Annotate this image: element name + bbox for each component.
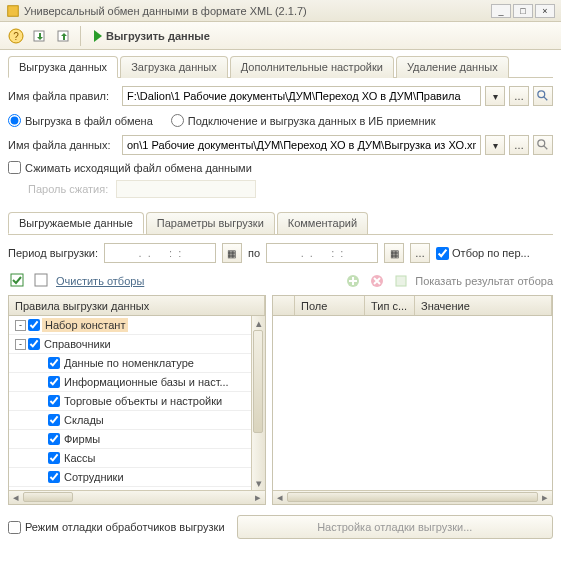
svg-rect-10 [35, 274, 47, 286]
compress-pw-input [116, 180, 256, 198]
tree-row-checkbox[interactable] [48, 414, 60, 426]
scroll-down-icon[interactable]: ▾ [252, 476, 265, 490]
scroll-thumb-h[interactable] [23, 492, 73, 502]
tree-row[interactable]: Склады [9, 411, 265, 430]
rules-scroll-h[interactable]: ◂ ▸ [9, 490, 265, 504]
rules-file-input[interactable] [122, 86, 481, 106]
rules-browse-button[interactable]: … [509, 86, 529, 106]
tree-row-checkbox[interactable] [48, 433, 60, 445]
debug-settings-button[interactable]: Настройка отладки выгрузки... [237, 515, 553, 539]
svg-line-8 [544, 146, 547, 149]
tree-row-label: Сотрудники [62, 471, 124, 483]
radio-export-file-input[interactable] [8, 114, 21, 127]
help-button[interactable]: ? [6, 26, 26, 46]
scroll-up-icon[interactable]: ▴ [252, 316, 265, 330]
main-toolbar: ? Выгрузить данные [0, 22, 561, 50]
tab-export[interactable]: Выгрузка данных [8, 56, 118, 78]
tab-settings[interactable]: Дополнительные настройки [230, 56, 394, 78]
data-search-button[interactable] [533, 135, 553, 155]
radio-export-file[interactable]: Выгрузка в файл обмена [8, 114, 153, 127]
period-to-input[interactable] [266, 243, 378, 263]
svg-rect-0 [8, 5, 19, 16]
compress-checkbox[interactable] [8, 161, 21, 174]
tree-row-checkbox[interactable] [48, 452, 60, 464]
tree-row[interactable]: Информационные базы и наст... [9, 373, 265, 392]
clear-filters-link[interactable]: Очистить отборы [56, 275, 144, 287]
tree-row-checkbox[interactable] [48, 357, 60, 369]
period-filter-check[interactable]: Отбор по пер... [436, 247, 530, 260]
tree-row[interactable]: -Набор констант [9, 316, 265, 335]
debug-mode-checkbox[interactable] [8, 521, 21, 534]
compress-label[interactable]: Сжимать исходящий файл обмена данными [25, 162, 252, 174]
rules-dropdown-button[interactable]: ▾ [485, 86, 505, 106]
subtab-data[interactable]: Выгружаемые данные [8, 212, 144, 234]
filter-col-type: Тип с... [365, 296, 415, 315]
filter-col-check [273, 296, 295, 315]
compress-pw-label: Пароль сжатия: [28, 183, 108, 195]
data-dropdown-button[interactable]: ▾ [485, 135, 505, 155]
radio-connect-ib[interactable]: Подключение и выгрузка данных в ИБ прием… [171, 114, 436, 127]
scroll-left-icon[interactable]: ◂ [273, 491, 287, 504]
minimize-button[interactable]: _ [491, 4, 511, 18]
rules-tree-header: Правила выгрузки данных [9, 296, 265, 315]
remove-filter-button[interactable] [367, 271, 387, 291]
scroll-left-icon[interactable]: ◂ [9, 491, 23, 504]
subtab-comment[interactable]: Комментарий [277, 212, 368, 234]
subtab-params[interactable]: Параметры выгрузки [146, 212, 275, 234]
tree-row-checkbox[interactable] [28, 319, 40, 331]
tree-row[interactable]: Сотрудники [9, 468, 265, 487]
data-browse-button[interactable]: … [509, 135, 529, 155]
maximize-button[interactable]: □ [513, 4, 533, 18]
filter-scroll-h[interactable]: ◂ ▸ [273, 490, 552, 504]
rules-scroll-v[interactable]: ▴ ▾ [251, 316, 265, 490]
period-from-input[interactable] [104, 243, 216, 263]
tab-delete[interactable]: Удаление данных [396, 56, 509, 78]
period-filter-checkbox[interactable] [436, 247, 449, 260]
period-pick-button[interactable]: … [410, 243, 430, 263]
play-icon [94, 30, 102, 42]
tree-row[interactable]: Данные по номенклатуре [9, 354, 265, 373]
tree-row[interactable]: Фирмы [9, 430, 265, 449]
window-title: Универсальный обмен данными в формате XM… [24, 5, 489, 17]
filter-grid[interactable]: Поле Тип с... Значение ◂ ▸ [272, 295, 553, 505]
export-data-button[interactable]: Выгрузить данные [87, 27, 217, 45]
scroll-right-icon[interactable]: ▸ [538, 491, 552, 504]
filter-props-button[interactable] [391, 271, 411, 291]
tree-row[interactable]: Торговые объекты и настройки [9, 392, 265, 411]
rules-search-button[interactable] [533, 86, 553, 106]
rules-tree-grid[interactable]: Правила выгрузки данных -Набор констант-… [8, 295, 266, 505]
period-from-calendar[interactable]: ▦ [222, 243, 242, 263]
load-button[interactable] [30, 26, 50, 46]
period-to-calendar[interactable]: ▦ [384, 243, 404, 263]
data-file-input[interactable] [122, 135, 481, 155]
scroll-thumb-h[interactable] [287, 492, 538, 502]
separator [80, 26, 81, 46]
close-button[interactable]: × [535, 4, 555, 18]
tree-row-label: Торговые объекты и настройки [62, 395, 222, 407]
debug-mode-check[interactable]: Режим отладки обработчиков выгрузки [8, 521, 225, 534]
svg-point-7 [538, 140, 545, 147]
tree-row-checkbox[interactable] [48, 395, 60, 407]
tree-row[interactable]: -Справочники [9, 335, 265, 354]
svg-line-6 [544, 97, 547, 100]
tree-row-checkbox[interactable] [48, 376, 60, 388]
tree-row-label: Фирмы [62, 433, 100, 445]
tree-row-label: Кассы [62, 452, 95, 464]
tree-expander-icon[interactable]: - [15, 320, 26, 331]
tree-row-checkbox[interactable] [48, 471, 60, 483]
tree-expander-icon[interactable]: - [15, 339, 26, 350]
show-result-text: Показать результат отбора [415, 275, 553, 287]
scroll-thumb-v[interactable] [253, 330, 263, 433]
tree-row[interactable]: Кассы [9, 449, 265, 468]
check-all-button[interactable] [8, 271, 28, 291]
svg-rect-13 [396, 276, 406, 286]
scroll-right-icon[interactable]: ▸ [251, 491, 265, 504]
tree-row-checkbox[interactable] [28, 338, 40, 350]
uncheck-all-button[interactable] [32, 271, 52, 291]
svg-point-5 [538, 91, 545, 98]
radio-connect-ib-input[interactable] [171, 114, 184, 127]
save-button[interactable] [54, 26, 74, 46]
add-filter-button[interactable] [343, 271, 363, 291]
period-to-label: по [248, 247, 260, 259]
tab-import[interactable]: Загрузка данных [120, 56, 228, 78]
